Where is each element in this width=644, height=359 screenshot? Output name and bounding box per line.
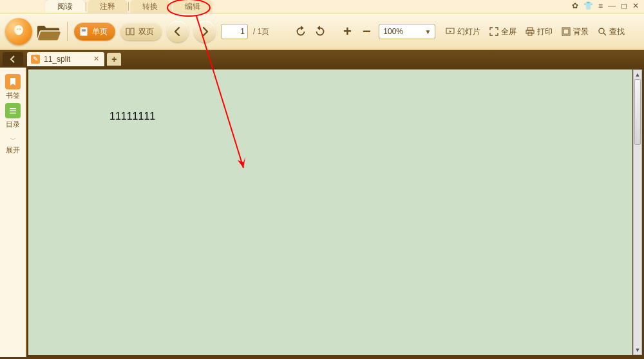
scroll-down-button[interactable]: ▼ — [634, 345, 641, 354]
collapse-sidebar-button[interactable] — [3, 52, 23, 66]
sidebar-expand-label: 展开 — [6, 145, 20, 155]
menu-tab-convert[interactable]: 转换 — [130, 0, 170, 13]
content-frame: 11111111 ▲ ▼ — [26, 68, 644, 357]
sidebar-bookmark-label: 书签 — [6, 91, 20, 100]
undo-button[interactable] — [294, 24, 308, 39]
svg-point-12 — [599, 28, 604, 33]
zoom-value: 100% — [383, 27, 403, 36]
double-page-button[interactable]: 双页 — [120, 23, 162, 41]
svg-rect-2 — [82, 30, 86, 31]
document-tab[interactable]: ✎ 11_split ✕ — [27, 52, 104, 66]
svg-rect-1 — [82, 29, 86, 30]
workspace: 书签 目录 ﹀ 展开 11111111 ▲ ▼ — [0, 68, 644, 357]
slideshow-label: 幻灯片 — [457, 26, 480, 37]
zoom-select[interactable]: 100% ▼ — [379, 24, 435, 39]
page-number-input[interactable] — [221, 24, 248, 39]
main-toolbar: 单页 双页 / 1页 + − 100% ▼ 幻灯片 全屏 打印 — [0, 13, 644, 50]
menu-tab-bar: 阅读 注释 转换 编辑 ✿ 👕 ≡ — ◻ ✕ — [0, 0, 644, 13]
menu-tab-comment-label: 注释 — [100, 2, 115, 11]
close-button[interactable]: ✕ — [632, 1, 639, 10]
zoom-out-button[interactable]: − — [359, 23, 374, 40]
menu-tab-edit-label: 编辑 — [185, 2, 200, 11]
vertical-scrollbar[interactable]: ▲ ▼ — [633, 69, 642, 355]
bookmark-icon — [5, 74, 21, 89]
document-favicon-icon: ✎ — [31, 55, 40, 64]
window-controls: ✿ 👕 ≡ — ◻ ✕ — [572, 1, 639, 10]
zoom-in-button[interactable]: + — [340, 23, 354, 40]
sidebar-item-expand[interactable]: ﹀ 展开 — [6, 136, 20, 155]
chevron-down-icon: ▼ — [424, 28, 431, 35]
open-file-button[interactable] — [37, 22, 61, 41]
sidebar-item-bookmark[interactable]: 书签 — [5, 74, 21, 100]
feedback-icon[interactable]: ✿ — [572, 1, 578, 10]
svg-rect-13 — [10, 108, 16, 109]
redo-button[interactable] — [313, 24, 327, 39]
scroll-thumb[interactable] — [634, 79, 641, 145]
app-logo[interactable] — [5, 18, 32, 45]
slideshow-button[interactable]: 幻灯片 — [446, 26, 480, 37]
fullscreen-label: 全屏 — [501, 26, 516, 37]
new-tab-button[interactable]: + — [107, 53, 121, 66]
skin-icon[interactable]: 👕 — [583, 1, 593, 10]
print-button[interactable]: 打印 — [526, 26, 553, 37]
find-button[interactable]: 查找 — [598, 26, 625, 37]
toc-icon — [5, 103, 21, 118]
scroll-track[interactable] — [634, 79, 641, 345]
maximize-button[interactable]: ◻ — [621, 1, 627, 10]
svg-rect-14 — [10, 111, 16, 112]
menu-tab-comment[interactable]: 注释 — [88, 0, 128, 13]
svg-rect-5 — [131, 28, 134, 35]
document-tab-title: 11_split — [44, 55, 70, 64]
svg-rect-3 — [82, 32, 86, 32]
svg-rect-7 — [527, 28, 533, 30]
background-button[interactable]: 背景 — [562, 26, 589, 37]
fullscreen-button[interactable]: 全屏 — [489, 26, 516, 37]
menu-tab-read[interactable]: 阅读 — [45, 0, 85, 13]
next-page-button[interactable] — [194, 21, 216, 42]
page-view[interactable]: 11111111 — [28, 69, 632, 355]
sidebar: 书签 目录 ﹀ 展开 — [0, 68, 26, 357]
print-label: 打印 — [537, 26, 553, 37]
svg-rect-4 — [126, 28, 129, 35]
background-label: 背景 — [573, 26, 589, 37]
sidebar-item-toc[interactable]: 目录 — [5, 103, 21, 129]
menu-tab-convert-label: 转换 — [142, 2, 158, 11]
sidebar-toc-label: 目录 — [6, 120, 20, 129]
svg-rect-15 — [10, 113, 16, 114]
chevron-down-icon: ﹀ — [10, 136, 16, 144]
minimize-button[interactable]: — — [608, 1, 616, 10]
document-tab-bar: ✎ 11_split ✕ + — [0, 50, 644, 68]
scroll-up-button[interactable]: ▲ — [634, 70, 641, 79]
single-page-button[interactable]: 单页 — [74, 23, 115, 41]
document-body-text: 11111111 — [109, 111, 155, 122]
close-tab-button[interactable]: ✕ — [93, 55, 99, 63]
menu-icon[interactable]: ≡ — [598, 1, 603, 10]
prev-page-button[interactable] — [167, 21, 189, 42]
page-total-label: / 1页 — [253, 26, 269, 37]
find-label: 查找 — [609, 26, 625, 37]
menu-tab-read-label: 阅读 — [57, 2, 73, 11]
svg-rect-11 — [564, 29, 569, 34]
menu-tab-edit[interactable]: 编辑 — [173, 0, 213, 13]
double-page-label: 双页 — [138, 26, 154, 37]
single-page-label: 单页 — [92, 26, 108, 37]
